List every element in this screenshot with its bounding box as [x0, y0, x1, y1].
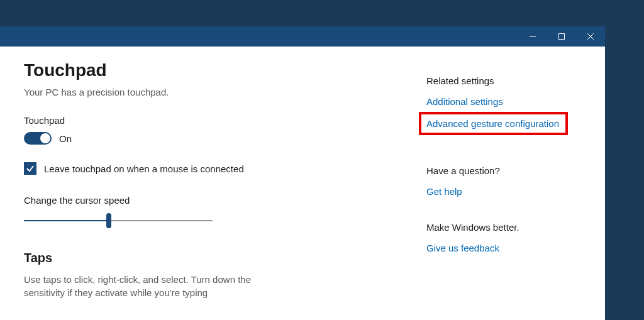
give-feedback-link[interactable]: Give us feedback	[426, 243, 590, 253]
titlebar	[0, 26, 605, 47]
toggle-knob	[40, 133, 50, 143]
additional-settings-link[interactable]: Additional settings	[426, 96, 590, 107]
minimize-button[interactable]	[518, 26, 547, 47]
page-title: Touchpad	[24, 60, 401, 80]
side-column: Related settings Additional settings Adv…	[401, 60, 590, 320]
close-button[interactable]	[576, 26, 605, 47]
feedback-heading: Make Windows better.	[426, 222, 590, 233]
cursor-speed-slider[interactable]	[24, 213, 213, 228]
maximize-button[interactable]	[547, 26, 576, 47]
related-heading: Related settings	[426, 75, 590, 86]
checkmark-icon	[26, 164, 35, 173]
taps-heading: Taps	[24, 251, 401, 265]
slider-fill	[24, 220, 109, 221]
mouse-connected-checkbox[interactable]	[24, 162, 36, 175]
content-area: Touchpad Your PC has a precision touchpa…	[0, 47, 605, 320]
slider-thumb[interactable]	[106, 213, 111, 228]
get-help-link[interactable]: Get help	[426, 186, 590, 197]
page-subtitle: Your PC has a precision touchpad.	[24, 87, 401, 97]
taps-description: Use taps to click, right-click, and sele…	[24, 273, 288, 299]
touchpad-toggle-state: On	[59, 133, 72, 144]
svg-rect-1	[559, 34, 565, 40]
mouse-connected-label: Leave touchpad on when a mouse is connec…	[44, 163, 244, 174]
touchpad-toggle-label: Touchpad	[24, 115, 401, 126]
cursor-speed-label: Change the cursor speed	[24, 195, 213, 206]
advanced-gesture-link[interactable]: Advanced gesture configuration	[426, 118, 559, 129]
settings-window: Touchpad Your PC has a precision touchpa…	[0, 26, 605, 320]
question-heading: Have a question?	[426, 165, 590, 176]
main-column: Touchpad Your PC has a precision touchpa…	[24, 60, 401, 320]
touchpad-toggle[interactable]	[24, 132, 52, 145]
highlight-annotation: Advanced gesture configuration	[419, 112, 568, 135]
